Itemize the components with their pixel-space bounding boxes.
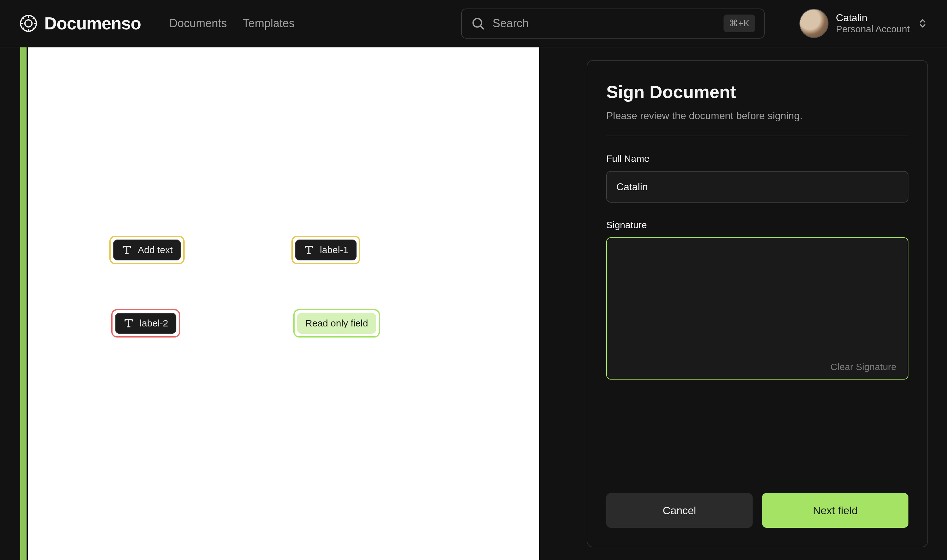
search: Search ⌘+K bbox=[461, 9, 765, 38]
search-shortcut: ⌘+K bbox=[724, 15, 755, 32]
doc-field-read-only[interactable]: Read only field bbox=[297, 313, 376, 334]
doc-field-label-2[interactable]: label-2 bbox=[115, 313, 176, 334]
brand-name: Documenso bbox=[44, 11, 141, 36]
sign-panel-card: Sign Document Please review the document… bbox=[587, 60, 928, 548]
signature-label: Signature bbox=[606, 218, 909, 232]
account-subtitle: Personal Account bbox=[836, 24, 910, 35]
full-name-label: Full Name bbox=[606, 152, 909, 165]
divider bbox=[606, 135, 909, 136]
app-header: Documenso Documents Templates Search ⌘+K… bbox=[0, 0, 947, 48]
main: Add textlabel-1label-2Read only field Si… bbox=[0, 48, 947, 560]
avatar bbox=[799, 9, 828, 38]
nav-documents[interactable]: Documents bbox=[169, 15, 227, 31]
search-box[interactable]: Search ⌘+K bbox=[461, 9, 765, 38]
account-text: Catalin Personal Account bbox=[836, 12, 910, 34]
doc-field-label: label-1 bbox=[320, 243, 348, 257]
brand-logo-icon bbox=[19, 14, 38, 33]
panel-title: Sign Document bbox=[606, 80, 909, 104]
document-page[interactable]: Add textlabel-1label-2Read only field bbox=[28, 48, 539, 560]
nav-templates[interactable]: Templates bbox=[243, 15, 295, 31]
svg-line-3 bbox=[480, 26, 483, 29]
text-icon bbox=[123, 318, 134, 329]
scroll-accent[interactable] bbox=[20, 48, 26, 560]
panel-actions: Cancel Next field bbox=[606, 493, 909, 528]
doc-field-label: Add text bbox=[138, 243, 172, 257]
doc-field-label-1[interactable]: label-1 bbox=[295, 240, 357, 260]
account-menu[interactable]: Catalin Personal Account bbox=[799, 9, 928, 38]
brand[interactable]: Documenso bbox=[19, 11, 141, 36]
clear-signature-button[interactable]: Clear Signature bbox=[829, 361, 898, 372]
signature-pad[interactable]: Clear Signature bbox=[606, 237, 909, 380]
doc-field-label: label-2 bbox=[140, 317, 168, 330]
document-area: Add textlabel-1label-2Read only field bbox=[0, 48, 574, 560]
text-icon bbox=[122, 245, 132, 255]
chevron-up-down-icon bbox=[917, 18, 928, 29]
main-nav: Documents Templates bbox=[169, 15, 295, 31]
panel-subtitle: Please review the document before signin… bbox=[606, 109, 909, 123]
sign-panel: Sign Document Please review the document… bbox=[574, 48, 947, 560]
account-name: Catalin bbox=[836, 12, 910, 24]
next-field-button[interactable]: Next field bbox=[762, 493, 909, 528]
text-icon bbox=[303, 245, 314, 255]
svg-point-1 bbox=[25, 20, 32, 27]
doc-field-label: Read only field bbox=[305, 317, 368, 330]
search-icon bbox=[471, 16, 485, 31]
doc-field-add-text[interactable]: Add text bbox=[113, 240, 181, 260]
search-placeholder: Search bbox=[493, 15, 716, 31]
full-name-input[interactable] bbox=[606, 171, 909, 203]
cancel-button[interactable]: Cancel bbox=[606, 493, 753, 528]
